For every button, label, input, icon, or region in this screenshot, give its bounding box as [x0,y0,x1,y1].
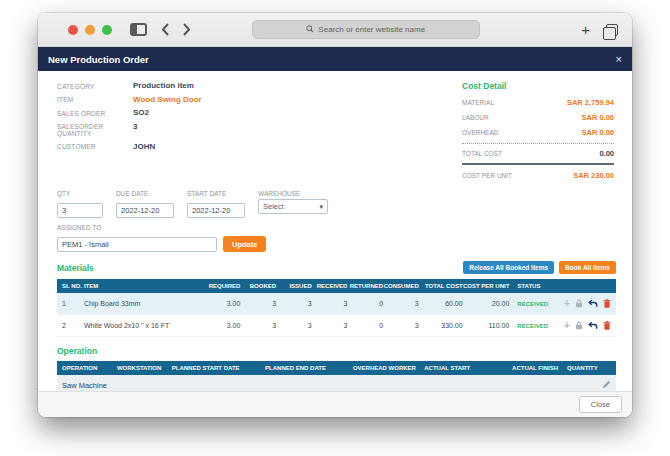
cost-label: OVERHEAD [462,129,498,136]
col-workstation: WORKSTATION [117,365,172,371]
trash-icon[interactable] [603,321,611,330]
search-icon [306,25,314,35]
col-quantity: QUANTITY [567,365,600,371]
detail-row-sales-order: SALES ORDER SO2 [57,108,202,117]
page-title: New Production Order [48,54,149,65]
detail-label: SALES ORDER [57,108,133,117]
col-operation: OPERATION [62,365,117,371]
item-link[interactable]: Wood Swing Door [133,95,202,104]
detail-value: SO2 [133,108,149,117]
browser-toolbar: Search or enter website name + [38,13,632,47]
cell-total-cost: 330.00 [419,322,463,329]
operation-table-header: OPERATION WORKSTATION PLANNED START DATE… [57,361,616,375]
tab-overview-icon[interactable] [606,24,618,36]
start-date-label: START DATE [187,190,245,197]
back-icon[interactable] [161,23,170,36]
col-actual-start: ACTUAL START [424,365,512,371]
cell-item: White Wood 2x10 " x 16 FT [84,322,199,329]
cell-item: Chip Board 33mm [84,300,199,307]
status-badge: RECEIVED [509,323,558,329]
add-icon[interactable]: + [564,299,570,309]
cost-row-per-unit: COST PER UNIT SAR 230.00 [462,165,614,180]
cost-label: LABOUR [462,114,489,121]
book-all-items-button[interactable]: Book All Items [559,261,616,274]
close-button[interactable]: Close [579,396,622,413]
new-tab-icon[interactable]: + [581,22,590,37]
col-required: REQUIRED [199,283,240,289]
modal-header: New Production Order × [38,47,632,71]
table-row: 2 White Wood 2x10 " x 16 FT 3.00 3 3 3 0… [57,315,616,337]
undo-icon[interactable] [588,321,598,330]
cost-detail-title: Cost Detail [462,81,614,91]
col-sl-no: SL NO. [62,283,84,289]
due-date-input[interactable] [116,203,174,218]
cell-booked: 3 [240,322,276,329]
qty-input[interactable] [57,203,103,218]
edit-pencil-icon[interactable] [602,380,611,391]
warehouse-select[interactable]: Select ▾ [258,199,328,214]
modal-body: CATEGORY Production item ITEM Wood Swing… [38,71,632,391]
col-overhead: OVERHEAD [353,365,389,371]
qty-label: QTY [57,190,103,197]
col-status: STATUS [509,283,558,289]
add-icon[interactable]: + [564,321,570,331]
materials-title: Materials [57,263,94,273]
undo-icon[interactable] [588,299,598,308]
cost-label: COST PER UNIT [462,172,512,179]
cell-sl: 1 [62,300,84,307]
col-cost-per-unit: COST PER UNIT [463,283,510,289]
lock-icon[interactable] [575,299,583,308]
detail-row-category: CATEGORY Production item [57,81,202,90]
cell-received: 3 [312,322,348,329]
cost-value: SAR 0.00 [581,128,614,137]
url-search-field[interactable]: Search or enter website name [252,20,480,39]
col-returned: RETURNED [347,283,383,289]
cost-row-labour: LABOUR SAR 0.00 [462,113,614,122]
status-badge: RECEIVED [509,301,558,307]
cost-value: SAR 230.00 [573,171,614,180]
browser-window: Search or enter website name + New Produ… [38,13,632,417]
cost-label: MATERIAL [462,99,494,106]
minimize-window-button[interactable] [85,25,95,35]
cell-returned: 0 [347,300,383,307]
detail-value: Production item [133,81,194,90]
detail-value: 3 [133,122,137,138]
materials-table-header: SL NO. ITEM REQUIRED BOOKED ISSUED RECEI… [57,279,616,293]
detail-label: CATEGORY [57,81,133,90]
operation-group-row: Saw Machine [57,375,616,391]
detail-row-salesorder-quantity: SALESORDER QUANTITY 3 [57,122,202,138]
cost-value: SAR 0.00 [581,113,614,122]
operation-group-label: Saw Machine [62,381,107,390]
cost-value: SAR 2,759.94 [567,98,614,107]
cost-label: TOTAL COST [462,150,502,157]
close-icon[interactable]: × [616,53,622,65]
lock-icon[interactable] [575,321,583,330]
assigned-to-input[interactable] [57,237,217,252]
cell-required: 3.00 [199,300,240,307]
update-button[interactable]: Update [223,236,266,252]
chevron-down-icon: ▾ [319,203,323,211]
release-all-booked-items-button[interactable]: Release All Booked Items [463,261,554,274]
col-booked: BOOKED [240,283,276,289]
col-issued: ISSUED [276,283,312,289]
cell-sl: 2 [62,322,84,329]
materials-table: SL NO. ITEM REQUIRED BOOKED ISSUED RECEI… [57,279,616,337]
traffic-lights [68,25,112,35]
warehouse-label: WAREHOUSE [258,190,328,197]
close-window-button[interactable] [68,25,78,35]
cell-received: 3 [312,300,348,307]
cost-row-material: MATERIAL SAR 2,759.94 [462,98,614,107]
trash-icon[interactable] [603,299,611,308]
detail-label: ITEM [57,95,133,104]
sidebar-toggle-icon[interactable] [130,23,147,36]
modal-footer: Close [38,391,632,417]
start-date-input[interactable] [187,203,245,218]
col-consumed: CONSUMED [383,283,419,289]
warehouse-selected-value: Select [263,202,284,211]
forward-icon[interactable] [182,23,191,36]
detail-row-customer: CUSTOMER JOHN [57,142,202,151]
cell-returned: 0 [347,322,383,329]
zoom-window-button[interactable] [102,25,112,35]
cell-consumed: 3 [383,300,419,307]
cell-cost-per-unit: 110.00 [463,322,510,329]
